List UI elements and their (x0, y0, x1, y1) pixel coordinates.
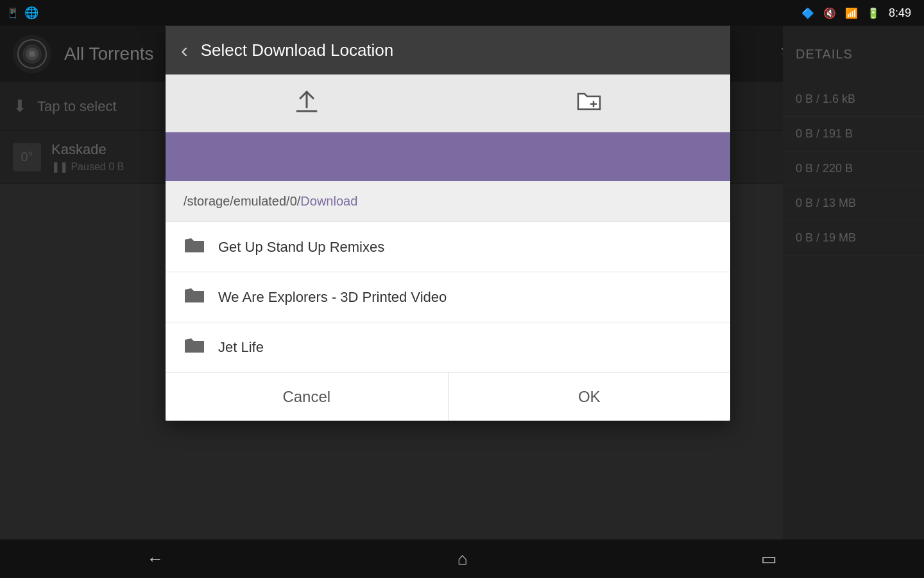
path-bar: /storage/emulated/0/Download (166, 181, 730, 222)
browser-icon: 🌐 (24, 6, 38, 20)
bluetooth-icon: 🔷 (801, 7, 814, 19)
folder-item-2[interactable]: We Are Explorers - 3D Printed Video (166, 272, 730, 322)
back-nav-button[interactable]: ← (147, 549, 164, 569)
folder-name-3: Jet Life (218, 339, 264, 356)
selected-folder-bar (166, 132, 730, 181)
recents-nav-button[interactable]: ▭ (761, 549, 777, 569)
folder-icon-2 (184, 285, 205, 309)
upload-button[interactable] (268, 82, 346, 125)
status-time: 8:49 (889, 6, 911, 20)
mute-icon: 🔇 (823, 7, 836, 19)
ok-button[interactable]: OK (449, 372, 731, 421)
folder-list: Get Up Stand Up Remixes We Are Explorers… (166, 222, 730, 372)
folder-item-3[interactable]: Jet Life (166, 322, 730, 372)
folder-name-2: We Are Explorers - 3D Printed Video (218, 289, 447, 306)
home-nav-button[interactable]: ⌂ (458, 549, 468, 569)
upload-icon (293, 88, 320, 119)
nav-bar: ← ⌂ ▭ (0, 539, 924, 578)
status-icons: 🔷 🔇 📶 🔋 8:49 (801, 6, 911, 20)
folder-icon-1 (184, 235, 205, 259)
dialog-header: ‹ Select Download Location (166, 26, 730, 74)
path-base: /storage/emulated/0/ (184, 194, 300, 209)
folder-icon-3 (184, 335, 205, 359)
dialog-buttons: Cancel OK (166, 372, 730, 421)
screen-icon: 📱 (6, 7, 19, 19)
dialog-toolbar (166, 74, 730, 132)
folder-name-1: Get Up Stand Up Remixes (218, 239, 384, 256)
folder-item-1[interactable]: Get Up Stand Up Remixes (166, 222, 730, 272)
back-arrow-icon[interactable]: ‹ (181, 39, 188, 62)
dialog-title: Select Download Location (201, 40, 394, 60)
status-bar: 📱 🌐 🔷 🔇 📶 🔋 8:49 (0, 0, 924, 26)
path-highlight: Download (300, 194, 357, 209)
cancel-button[interactable]: Cancel (166, 372, 449, 421)
select-download-dialog: ‹ Select Download Location (166, 26, 730, 421)
new-folder-icon (576, 87, 603, 120)
wifi-icon: 📶 (845, 7, 858, 19)
status-bar-left: 📱 🌐 (6, 6, 38, 20)
battery-icon: 🔋 (867, 7, 880, 19)
new-folder-button[interactable] (550, 81, 628, 127)
